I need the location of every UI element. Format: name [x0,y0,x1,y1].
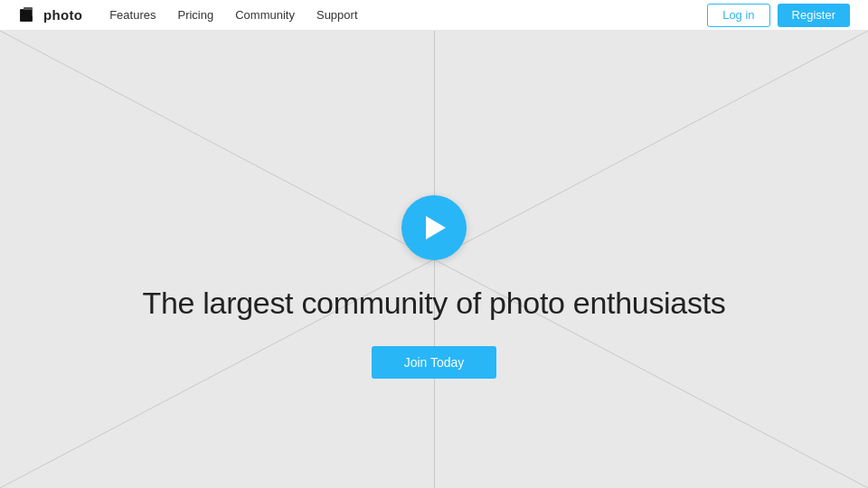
logo-icon [18,5,38,25]
nav-links: Features Pricing Community Support [109,8,707,22]
register-button[interactable]: Register [778,4,850,27]
nav-community[interactable]: Community [235,8,295,22]
nav-features[interactable]: Features [109,8,156,22]
hero-content: The largest community of photo enthusias… [142,195,725,379]
navbar: photo Features Pricing Community Support… [0,0,868,31]
logo[interactable]: photo [18,5,82,25]
play-icon [426,216,446,239]
play-button[interactable] [401,195,467,260]
logo-text: photo [43,7,82,23]
svg-rect-2 [21,10,32,21]
hero-title: The largest community of photo enthusias… [142,286,725,321]
nav-support[interactable]: Support [316,8,358,22]
hero-section: The largest community of photo enthusias… [0,31,868,488]
nav-actions: Log in Register [707,4,850,27]
join-button[interactable]: Join Today [372,346,497,379]
nav-pricing[interactable]: Pricing [177,8,213,22]
login-button[interactable]: Log in [707,4,769,27]
